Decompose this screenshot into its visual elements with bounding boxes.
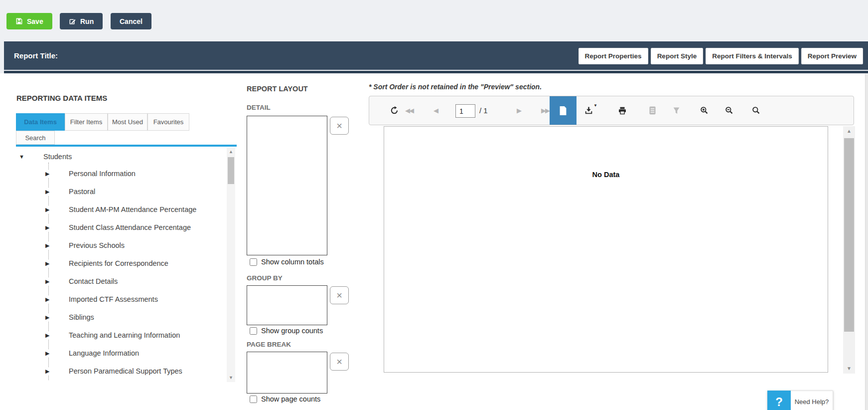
tree-item[interactable]: ▶ Person Paramedical Support Types — [16, 362, 225, 380]
tree-item-label[interactable]: Student Class Attendance Percentage — [69, 223, 191, 231]
tree-item-label[interactable]: Student AM-PM Attendance Percentage — [69, 205, 196, 213]
chevron-right-icon[interactable]: ▶ — [45, 224, 49, 231]
show-page-counts-label[interactable]: Show page counts — [261, 395, 320, 403]
tree-item-label[interactable]: Recipients for Correspondence — [69, 259, 168, 267]
tree-item[interactable]: ▶ Teaching and Learning Information — [16, 326, 225, 344]
chevron-right-icon[interactable]: ▶ — [45, 188, 49, 196]
detail-section-label: DETAIL — [247, 104, 271, 111]
preview-page: No Data — [384, 126, 828, 373]
preview-scrollbar[interactable]: ▲ ▼ — [843, 126, 855, 374]
chevron-right-icon[interactable]: ▶ — [45, 296, 49, 303]
chevron-right-icon[interactable]: ▶ — [45, 368, 49, 375]
chevron-right-icon[interactable]: ▶ — [45, 332, 49, 339]
tree-item-label[interactable]: Contact Details — [69, 277, 118, 285]
tree-item[interactable]: ▶ Student AM-PM Attendance Percentage — [16, 201, 225, 218]
report-properties-button[interactable]: Report Properties — [579, 48, 648, 64]
save-button[interactable]: Save — [6, 13, 52, 29]
last-page-icon: ▶▶ — [541, 107, 549, 114]
tree-item-label[interactable]: Pastoral — [69, 188, 95, 196]
detail-drop-zone[interactable] — [247, 116, 327, 255]
show-group-counts-label[interactable]: Show group counts — [261, 327, 323, 335]
report-preview-button[interactable]: Report Preview — [801, 48, 863, 64]
show-column-totals-checkbox[interactable] — [250, 258, 257, 266]
scroll-down-icon[interactable]: ▼ — [843, 364, 855, 374]
show-column-totals-label[interactable]: Show column totals — [261, 258, 324, 266]
tree-scrollbar[interactable]: ▲ ▼ — [227, 148, 235, 382]
detail-clear-button[interactable]: × — [330, 117, 349, 135]
print-button[interactable] — [612, 96, 632, 125]
page-view-toggle-button[interactable] — [550, 96, 577, 125]
tree-item[interactable]: ▶ Language Information — [16, 344, 225, 362]
tab-data-items[interactable]: Data Items — [16, 113, 65, 131]
tree-item[interactable]: ▶ Previous Schools — [16, 236, 225, 254]
first-page-button: ◀◀ — [399, 96, 419, 125]
report-filters-intervals-button[interactable]: Report Filters & Intervals — [706, 48, 799, 64]
scrollbar-thumb[interactable] — [844, 138, 854, 332]
cancel-button[interactable]: Cancel — [111, 13, 151, 29]
scrollbar-thumb[interactable] — [228, 157, 234, 184]
zoom-out-button[interactable] — [719, 96, 739, 125]
report-title-bar: Report Title: Report Properties Report S… — [4, 41, 868, 70]
tree-item-label[interactable]: Previous Schools — [69, 241, 125, 249]
show-page-counts-checkbox[interactable] — [250, 396, 257, 403]
tree-item[interactable]: ▶ Imported CTF Assessments — [16, 290, 225, 308]
tree-item[interactable]: ▶ Recipients for Correspondence — [16, 254, 225, 272]
tab-search[interactable]: Search — [16, 131, 55, 145]
chevron-right-icon[interactable]: ▶ — [45, 242, 49, 249]
tab-most-used[interactable]: Most Used — [108, 113, 147, 131]
tab-filter-items[interactable]: Filter Items — [65, 113, 108, 131]
run-edit-icon — [69, 17, 76, 25]
tree-item[interactable]: ▶ Personal Information — [16, 165, 225, 183]
tree-item[interactable]: ▶ Siblings — [16, 308, 225, 326]
sort-order-note: * Sort Order is not retained in the "Pre… — [369, 83, 542, 91]
page-break-section-label: PAGE BREAK — [247, 341, 291, 348]
chevron-right-icon[interactable]: ▶ — [45, 350, 49, 357]
tree-item[interactable]: ▶ Contact Details — [16, 272, 225, 290]
scroll-up-icon[interactable]: ▲ — [227, 148, 235, 156]
run-label: Run — [80, 17, 94, 25]
report-layout-title: REPORT LAYOUT — [247, 85, 308, 93]
export-button[interactable]: ▼ — [579, 96, 598, 125]
chevron-right-icon[interactable]: ▶ — [45, 278, 49, 285]
chevron-right-icon[interactable]: ▶ — [45, 314, 49, 321]
export-dropdown-caret-icon: ▼ — [593, 103, 597, 108]
tree-item[interactable]: ▶ Student Class Attendance Percentage — [16, 218, 225, 236]
page-break-drop-zone[interactable] — [247, 352, 327, 394]
tree-item-label[interactable]: Person Paramedical Support Types — [69, 367, 182, 375]
tree-item-label[interactable]: Teaching and Learning Information — [69, 331, 180, 339]
tree-item-label[interactable]: Personal Information — [69, 170, 136, 178]
scroll-down-icon[interactable]: ▼ — [227, 374, 235, 382]
zoom-in-button[interactable] — [694, 96, 714, 125]
chevron-right-icon[interactable]: ▶ — [45, 170, 49, 178]
show-group-counts-checkbox[interactable] — [250, 327, 257, 335]
tree-item-students[interactable]: ▼ Students — [16, 148, 225, 166]
scroll-up-icon[interactable]: ▲ — [843, 126, 855, 136]
group-by-drop-zone[interactable] — [247, 285, 327, 325]
search-button[interactable] — [746, 96, 766, 125]
tree-item-label[interactable]: Language Information — [69, 349, 139, 357]
report-style-button[interactable]: Report Style — [651, 48, 704, 64]
chevron-down-icon[interactable]: ▼ — [19, 154, 24, 160]
page-number-input[interactable] — [455, 104, 475, 118]
save-label: Save — [27, 17, 43, 25]
show-column-totals-row: Show column totals — [250, 258, 324, 266]
group-by-clear-button[interactable]: × — [330, 286, 349, 304]
page-break-clear-button[interactable]: × — [330, 353, 349, 371]
no-data-message: No Data — [384, 171, 828, 179]
tree-item-label[interactable]: Students — [43, 153, 72, 161]
need-help-button[interactable]: ? Need Help? — [767, 391, 833, 410]
tree-item-label[interactable]: Siblings — [69, 313, 94, 321]
run-button[interactable]: Run — [60, 13, 103, 29]
tree-item[interactable]: ▶ Pastoral — [16, 183, 225, 201]
chevron-right-icon[interactable]: ▶ — [45, 260, 49, 267]
show-page-counts-row: Show page counts — [250, 395, 320, 403]
tab-favourites[interactable]: Favourites — [147, 113, 189, 131]
report-section-buttons: Report Properties Report Style Report Fi… — [579, 48, 863, 64]
tree-item-label[interactable]: Imported CTF Assessments — [69, 295, 158, 303]
chevron-right-icon[interactable]: ▶ — [45, 206, 49, 213]
report-designer-app: Save Run Cancel Report Title: Report Pro… — [0, 0, 868, 410]
data-items-tree: ▼ Students ▶ Personal Information ▶ Past… — [16, 148, 225, 382]
next-page-icon: ▶ — [517, 107, 521, 114]
reporting-data-items-title: REPORTING DATA ITEMS — [16, 94, 107, 102]
window-scrollbar[interactable] — [865, 74, 868, 410]
